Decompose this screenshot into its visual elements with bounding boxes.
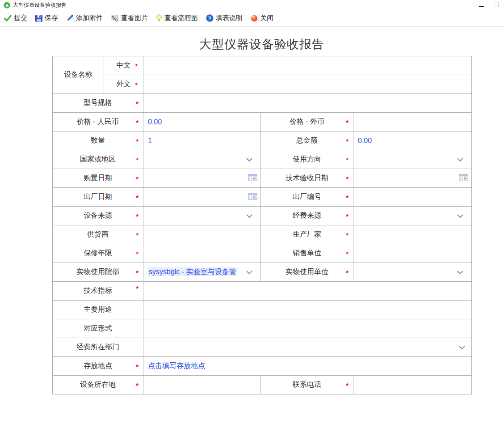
required-marker: *: [136, 268, 139, 276]
form-help-label: 填表说明: [216, 14, 243, 22]
field-label-price-rmb: 价格 - 人民币*: [53, 113, 143, 131]
view-flowchart-label: 查看流程图: [164, 14, 198, 22]
select-device-source[interactable]: [143, 207, 261, 225]
datepicker-purchase-date[interactable]: [143, 169, 261, 188]
field-label-fund-source: 经费来源*: [261, 207, 353, 225]
input-contact-phone[interactable]: [353, 376, 472, 394]
field-label-factory-date: 出厂日期*: [53, 188, 143, 207]
field-label-country: 国家或地区*: [53, 150, 143, 169]
field-label-quantity: 数量*: [53, 131, 143, 150]
datepicker-acceptance-date[interactable]: [353, 169, 472, 188]
table-row: 设备所在地* 联系电话*: [53, 376, 472, 394]
form-table: 设备名称 中文* 外文* 型号规格*: [52, 56, 472, 394]
maximize-button[interactable]: [489, 0, 504, 10]
field-label-storage-location: 存放地点*: [53, 357, 143, 376]
close-icon: [251, 15, 258, 22]
required-marker: *: [136, 212, 139, 220]
submit-button[interactable]: 提交: [4, 14, 27, 22]
svg-text:?: ?: [208, 16, 211, 21]
required-marker: *: [136, 250, 139, 257]
close-button[interactable]: 关闭: [251, 14, 273, 22]
view-picture-button[interactable]: 查看图片: [111, 14, 148, 22]
input-quantity[interactable]: 1: [143, 131, 261, 150]
table-row: 存放地点* 点击填写存放地点: [53, 357, 472, 376]
svg-text:e: e: [5, 2, 8, 8]
field-label-tech-specs: 技术指标*: [53, 282, 143, 301]
input-sales-unit[interactable]: [353, 244, 472, 263]
required-marker: *: [136, 174, 139, 182]
textarea-tech-specs[interactable]: [143, 282, 472, 301]
form-area: 大型仪器设备验收报告 设备名称 中文* 外文*: [52, 27, 471, 394]
view-flowchart-button[interactable]: 查看流程图: [156, 14, 198, 22]
table-row: 设备名称 中文*: [53, 56, 472, 75]
field-label-manufacturer: 生产厂家*: [261, 225, 353, 244]
minimize-icon: [479, 6, 484, 7]
input-supplier[interactable]: [143, 225, 261, 244]
calendar-icon[interactable]: [459, 174, 468, 183]
select-country[interactable]: [143, 150, 261, 169]
input-device-name-en[interactable]: [143, 75, 472, 94]
field-label-main-purpose: 主要用途: [53, 301, 143, 319]
add-attachment-label: 添加附件: [76, 14, 103, 22]
chevron-down-icon: [246, 156, 252, 164]
input-factory-no[interactable]: [353, 188, 472, 207]
fill-storage-location-link[interactable]: 点击填写存放地点: [148, 362, 205, 369]
green-e-browser-icon: e: [4, 2, 10, 8]
field-label-model-spec: 型号规格*: [53, 94, 143, 113]
datepicker-factory-date[interactable]: [143, 188, 261, 207]
select-fund-source[interactable]: [353, 207, 472, 225]
input-device-location[interactable]: [143, 376, 261, 394]
select-use-unit[interactable]: [353, 263, 472, 282]
required-marker: *: [346, 156, 349, 163]
input-total-amount[interactable]: 0.00: [353, 131, 472, 150]
table-row: 国家或地区* 使用方向*: [53, 150, 472, 169]
select-fund-department[interactable]: [143, 338, 472, 357]
select-use-department[interactable]: sysysbglc - 实验室与设备管: [143, 263, 261, 282]
close-label: 关闭: [260, 14, 273, 22]
input-device-name-cn[interactable]: [143, 56, 472, 75]
table-row: 数量* 1 总金额* 0.00: [53, 131, 472, 150]
check-icon: [4, 15, 12, 22]
input-model-spec[interactable]: [143, 94, 472, 113]
select-usage-direction[interactable]: [353, 150, 472, 169]
calendar-icon[interactable]: [248, 192, 257, 202]
field-label-price-foreign: 价格 - 外币*: [261, 113, 353, 131]
minimize-button[interactable]: [474, 0, 489, 10]
table-row: 主要用途: [53, 301, 472, 319]
input-main-purpose[interactable]: [143, 301, 472, 319]
required-marker: *: [346, 118, 349, 126]
save-button[interactable]: 保存: [35, 14, 58, 22]
table-row: 实物使用院部* sysysbglc - 实验室与设备管 实物使用单位*: [53, 263, 472, 282]
table-row: 价格 - 人民币* 0.00 价格 - 外币*: [53, 113, 472, 131]
input-warranty-years[interactable]: [143, 244, 261, 263]
form-help-button[interactable]: ? 填表说明: [206, 14, 243, 22]
add-attachment-button[interactable]: 添加附件: [66, 14, 103, 22]
table-row: 出厂日期* 出厂编号*: [53, 188, 472, 207]
field-label-device-location: 设备所在地*: [53, 376, 143, 394]
chevron-down-icon: [457, 268, 463, 276]
input-corresponding-form[interactable]: [143, 319, 472, 338]
field-label-use-unit: 实物使用单位*: [261, 263, 353, 282]
required-marker: *: [136, 381, 139, 389]
input-price-foreign[interactable]: [353, 113, 472, 131]
required-marker: *: [346, 381, 349, 389]
submit-label: 提交: [14, 14, 27, 22]
field-label-corresponding-form: 对应形式: [53, 319, 143, 338]
field-label-usage-direction: 使用方向*: [261, 150, 353, 169]
required-marker: *: [346, 137, 349, 144]
maximize-icon: [494, 3, 499, 7]
table-row: 保修年限* 销售单位*: [53, 244, 472, 263]
field-label-device-name-en: 外文*: [104, 75, 143, 94]
field-label-total-amount: 总金额*: [261, 131, 353, 150]
required-marker: *: [135, 81, 138, 88]
calendar-icon[interactable]: [248, 174, 257, 183]
field-label-supplier: 供货商*: [53, 225, 143, 244]
required-marker: *: [346, 174, 349, 182]
input-price-rmb[interactable]: 0.00: [143, 113, 261, 131]
input-manufacturer[interactable]: [353, 225, 472, 244]
required-marker: *: [136, 118, 139, 126]
field-label-device-source: 设备来源*: [53, 207, 143, 225]
chevron-down-icon: [459, 343, 465, 352]
field-label-purchase-date: 购置日期*: [53, 169, 143, 188]
field-label-use-department: 实物使用院部*: [53, 263, 143, 282]
